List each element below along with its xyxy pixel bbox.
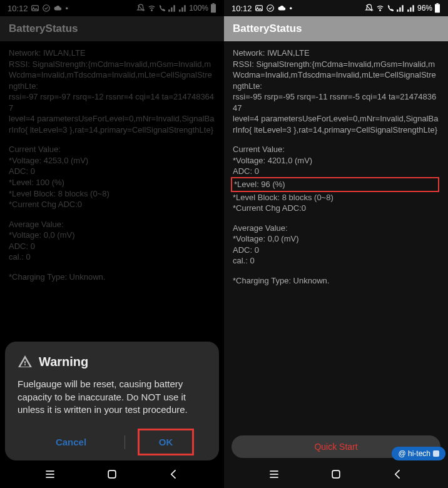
content-area: Network: IWLAN,LTE RSSI: SignalStrength:… <box>224 41 448 286</box>
back-button[interactable] <box>166 467 181 482</box>
chg-type-line: *Charging Type: Unknown. <box>9 272 215 283</box>
avg-adc-line: ADC: 0 <box>9 241 215 252</box>
rssi-line: RSSI: SignalStrength:{mCdma=Invalid,mGsm… <box>9 59 215 92</box>
dialog-body: Fuelgauge will be reset, causing battery… <box>18 378 206 416</box>
svg-rect-9 <box>108 470 116 478</box>
statusbar: 10:12 • <box>0 0 224 16</box>
svg-point-12 <box>267 5 273 12</box>
signal-icon-2 <box>407 4 415 13</box>
chg-adc-line: *Current Chg ADC:0 <box>233 203 439 214</box>
svg-rect-19 <box>332 470 340 478</box>
battery-text: 100% <box>189 4 208 13</box>
adc-line: ADC: 0 <box>9 166 215 177</box>
phone-icon <box>387 4 394 12</box>
level-line: *Level: 96 (%) <box>231 177 439 192</box>
phone-icon <box>158 4 166 12</box>
home-button[interactable] <box>104 467 120 482</box>
cloud-icon <box>53 4 63 13</box>
battery-text: 96% <box>417 4 432 13</box>
app-header: BatteryStatus <box>0 16 224 41</box>
cloud-icon <box>277 4 287 13</box>
level-block-line: *Level Block: 8 blocks (0~8) <box>9 188 215 200</box>
rssi-line: level=4 parametersUseForLevel=0,mNr=Inva… <box>233 113 439 135</box>
divider <box>125 435 125 449</box>
average-value-label: Average Value: <box>9 219 215 230</box>
check-circle-icon <box>42 4 51 13</box>
clock: 10:12 <box>8 4 28 13</box>
rssi-line: RSSI: SignalStrength:{mCdma=Invalid,mGsm… <box>233 59 439 92</box>
wifi-icon <box>147 4 156 13</box>
recents-button[interactable] <box>267 467 282 482</box>
level-line: *Level: 100 (%) <box>9 177 215 188</box>
chg-type-line: *Charging Type: Unknown. <box>233 275 439 287</box>
signal-icon-2 <box>178 4 187 13</box>
signal-icon <box>396 4 405 13</box>
battery-icon <box>434 3 440 13</box>
watermark-badge: @ hi-tech <box>392 447 445 460</box>
dot-icon: • <box>66 4 69 13</box>
check-circle-icon <box>266 4 275 13</box>
rssi-line: rssi=-95 rsrp=-95 rsrq=-11 rssnr=-5 cqi=… <box>233 91 439 113</box>
avg-voltage-line: *Voltage: 0,0 (mV) <box>233 233 439 245</box>
page-title: BatteryStatus <box>9 23 78 35</box>
badge-square-icon <box>433 450 439 457</box>
voltage-line: *Voltage: 4201,0 (mV) <box>233 155 439 166</box>
avg-voltage-line: *Voltage: 0,0 (mV) <box>9 230 215 241</box>
network-line: Network: IWLAN,LTE <box>9 48 215 59</box>
svg-rect-15 <box>436 3 438 4</box>
voltage-line: *Voltage: 4253,0 (mV) <box>9 155 215 166</box>
svg-point-13 <box>380 10 381 11</box>
rssi-line: rssi=-97 rsrp=-97 rsrq=-12 rssnr=4 cqi=1… <box>9 91 215 113</box>
signal-icon <box>168 4 176 13</box>
svg-rect-14 <box>435 4 440 13</box>
svg-point-2 <box>43 5 49 12</box>
svg-point-3 <box>151 10 153 11</box>
avg-adc-line: ADC: 0 <box>233 245 439 256</box>
navbar <box>224 460 448 488</box>
image-icon <box>31 4 39 13</box>
dialog-title: Warning <box>39 355 88 369</box>
warning-icon <box>18 354 33 369</box>
current-value-label: Current Value: <box>9 144 215 155</box>
phone-left: 10:12 • <box>0 0 224 488</box>
ok-button[interactable]: OK <box>138 429 194 455</box>
battery-icon <box>210 3 216 13</box>
home-button[interactable] <box>328 467 344 482</box>
warning-dialog: Warning Fuelgauge will be reset, causing… <box>5 342 219 460</box>
avg-cal-line: cal.: 0 <box>233 255 439 267</box>
recents-button[interactable] <box>43 467 58 482</box>
avg-cal-line: cal.: 0 <box>9 252 215 263</box>
chg-adc-line: *Current Chg ADC:0 <box>9 199 215 210</box>
clock: 10:12 <box>232 4 252 13</box>
network-line: Network: IWLAN,LTE <box>233 48 439 59</box>
wifi-icon <box>375 4 385 13</box>
image-icon <box>255 4 263 13</box>
cancel-button[interactable]: Cancel <box>18 430 125 454</box>
dot-icon: • <box>290 4 293 13</box>
current-value-label: Current Value: <box>233 144 439 155</box>
svg-rect-4 <box>211 4 216 13</box>
page-title: BatteryStatus <box>233 23 302 35</box>
navbar <box>0 460 224 488</box>
app-header: BatteryStatus <box>224 16 448 41</box>
level-block-line: *Level Block: 8 blocks (0~8) <box>233 192 439 203</box>
svg-rect-5 <box>212 3 214 4</box>
adc-line: ADC: 0 <box>233 166 439 177</box>
back-button[interactable] <box>390 467 405 482</box>
average-value-label: Average Value: <box>233 223 439 234</box>
quick-start-label: Quick Start <box>314 442 357 452</box>
bell-off-icon <box>136 4 145 13</box>
statusbar: 10:12 • <box>224 0 448 16</box>
watermark-text: @ hi-tech <box>398 449 430 458</box>
bell-off-icon <box>365 4 374 13</box>
phone-right: 10:12 • <box>224 0 448 488</box>
rssi-line: level=4 parametersUseForLevel=0,mNr=Inva… <box>9 113 215 135</box>
content-area: Network: IWLAN,LTE RSSI: SignalStrength:… <box>0 41 224 282</box>
